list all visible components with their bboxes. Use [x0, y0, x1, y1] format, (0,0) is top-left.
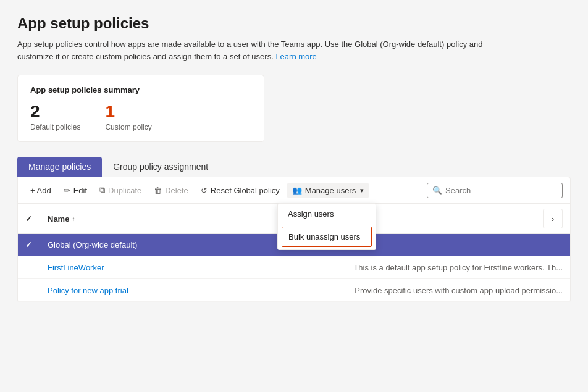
tab-manage-policies[interactable]: Manage policies	[17, 157, 102, 177]
row-desc-trial: Provide specific users with custom app u…	[353, 286, 563, 295]
header-check-col: ✓	[25, 214, 48, 223]
row-check-firstline	[25, 262, 48, 272]
page-description: App setup policies control how apps are …	[17, 38, 487, 62]
edit-label: Edit	[74, 186, 87, 195]
assign-users-item[interactable]: Assign users	[278, 204, 376, 224]
content-area: + Add ✏ Edit ⧉ Duplicate 🗑 Delete ↺ Rese…	[17, 177, 571, 302]
delete-label: Delete	[165, 186, 188, 195]
duplicate-label: Duplicate	[108, 186, 141, 195]
manage-users-dropdown: Assign users Bulk unassign users	[277, 203, 376, 250]
search-input[interactable]	[445, 186, 557, 195]
row-check-trial	[25, 285, 48, 295]
col-name-label: Name	[48, 214, 69, 223]
duplicate-button[interactable]: ⧉ Duplicate	[94, 182, 146, 198]
tabs-bar: Manage policies Group policy assignment	[17, 157, 571, 177]
stat-default-policies: 2 Default policies	[30, 102, 80, 131]
toolbar: + Add ✏ Edit ⧉ Duplicate 🗑 Delete ↺ Rese…	[18, 177, 570, 204]
delete-button[interactable]: 🗑 Delete	[149, 183, 193, 198]
description-text: App setup policies control how apps are …	[17, 40, 482, 61]
edit-icon: ✏	[64, 186, 70, 195]
check-mark-icon: ✓	[25, 240, 32, 249]
users-icon: 👥	[292, 186, 302, 195]
row-name-trial[interactable]: Policy for new app trial	[48, 286, 353, 295]
row-name-firstline[interactable]: FirstLineWorker	[48, 263, 353, 272]
row-check-global: ✓	[25, 240, 48, 249]
header-checkbox[interactable]: ✓	[25, 214, 32, 223]
table-row[interactable]: FirstLineWorker This is a default app se…	[18, 256, 570, 279]
check-placeholder	[25, 262, 35, 272]
manage-users-button[interactable]: 👥 Manage users ▾	[287, 183, 369, 198]
page-container: App setup policies App setup policies co…	[0, 0, 588, 392]
page-title: App setup policies	[17, 15, 571, 32]
header-nav: ›	[543, 209, 563, 228]
delete-icon: 🗑	[154, 186, 162, 195]
manage-users-label: Manage users	[305, 186, 356, 195]
duplicate-icon: ⧉	[99, 185, 105, 195]
next-page-button[interactable]: ›	[543, 209, 563, 228]
add-button[interactable]: + Add	[25, 183, 56, 198]
search-icon: 🔍	[432, 186, 442, 195]
stat-custom-policy: 1 Custom policy	[105, 102, 151, 131]
search-box[interactable]: 🔍	[427, 183, 563, 198]
chevron-down-icon: ▾	[360, 186, 364, 194]
bulk-unassign-users-item[interactable]: Bulk unassign users	[282, 227, 372, 247]
table-row[interactable]: Policy for new app trial Provide specifi…	[18, 279, 570, 302]
check-placeholder	[25, 285, 35, 295]
stat-custom-number: 1	[105, 102, 151, 122]
stat-default-label: Default policies	[30, 123, 80, 131]
stat-default-number: 2	[30, 102, 80, 122]
summary-card: App setup policies summary 2 Default pol…	[17, 75, 264, 142]
summary-card-title: App setup policies summary	[30, 85, 251, 94]
summary-stats: 2 Default policies 1 Custom policy	[30, 102, 251, 131]
tab-group-policy-assignment[interactable]: Group policy assignment	[102, 157, 219, 177]
reset-button[interactable]: ↺ Reset Global policy	[196, 183, 285, 198]
learn-more-link[interactable]: Learn more	[275, 52, 316, 61]
row-desc-firstline: This is a default app setup policy for F…	[353, 263, 563, 272]
edit-button[interactable]: ✏ Edit	[59, 183, 92, 198]
reset-icon: ↺	[201, 186, 208, 195]
sort-asc-icon[interactable]: ↑	[72, 215, 75, 222]
reset-label: Reset Global policy	[211, 186, 280, 195]
stat-custom-label: Custom policy	[105, 123, 151, 131]
